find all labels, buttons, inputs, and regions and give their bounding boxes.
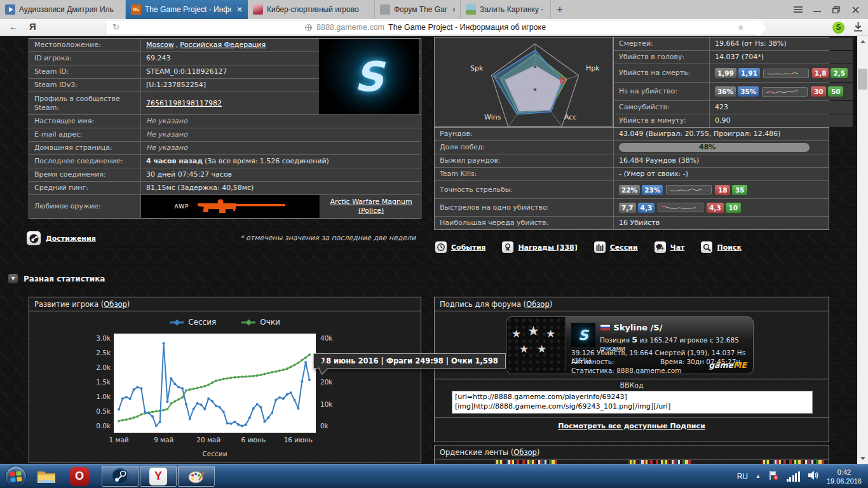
favorite-weapon-image: AWP	[141, 195, 320, 218]
extension-icon[interactable]: S	[832, 22, 844, 34]
radar-label-wins: Wins	[484, 113, 501, 121]
picture-favicon	[466, 4, 476, 15]
hpk-badges: 36%35%3050	[710, 83, 853, 100]
name-text: Skyline /S/	[614, 323, 663, 332]
badge-recent: 4,3	[638, 203, 655, 213]
x-axis: 1 май9 май20 май6 июнь16 июнь	[114, 436, 316, 445]
awards-link[interactable]: Награды [338]	[502, 241, 577, 253]
view-all-signatures-link[interactable]: Посмотреть все доступные Подписи	[558, 422, 705, 430]
row-label: Выстрелов на одно убийство:	[435, 199, 613, 216]
menu-icon[interactable]	[793, 5, 803, 14]
x-axis-title: Сессии	[114, 450, 316, 458]
url-box[interactable]: ↻ 8888.gameme.com The Game Project - Инф…	[107, 21, 759, 34]
scrollbar-thumb[interactable]	[858, 69, 867, 90]
opera-icon[interactable]: O	[67, 466, 92, 487]
minimize-icon[interactable]	[812, 5, 822, 14]
link-label: Награды [338]	[518, 243, 577, 252]
sparkline	[658, 203, 703, 212]
chat-link[interactable]: Чат	[654, 241, 685, 253]
steam-avatar-image: S	[319, 39, 419, 114]
row-label: Последнее соединение:	[29, 155, 140, 168]
badge-overall: 22%	[619, 185, 640, 195]
yandex-browser-taskbar-button[interactable]: Y	[140, 466, 177, 487]
sessions-link[interactable]: Сессии	[594, 241, 638, 253]
quick-links: События Награды [338] Сессии Чат Поиск	[435, 241, 742, 253]
legend-points: Очки	[241, 318, 280, 327]
restore-icon[interactable]	[831, 5, 841, 14]
section-header: ▼ Разная статистика	[8, 274, 105, 283]
start-button[interactable]	[5, 466, 27, 487]
row-value: 69.243	[141, 52, 320, 65]
tab-audio[interactable]: Аудиозаписи Дмитрия Иль	[0, 0, 126, 19]
steam-profile-link[interactable]: 76561198198117982	[146, 99, 222, 108]
stats-table-right: Смертей:19.664 (от Hs: 38%) Убийств в го…	[613, 37, 829, 128]
back-icon[interactable]: ←	[9, 21, 18, 32]
tab-title: Залить Картинку - Загрузит	[480, 5, 545, 14]
search-link[interactable]: Поиск	[701, 241, 741, 253]
bookmark-star-icon[interactable]: ★	[736, 22, 745, 32]
close-icon[interactable]	[850, 5, 860, 14]
badge-max: 2,5	[831, 68, 848, 78]
overview-link[interactable]: Обзор	[526, 300, 550, 309]
yandex-logo-icon[interactable]: Я	[29, 21, 36, 32]
ribbon-icon	[502, 241, 513, 253]
row-label: Steam IDv3:	[29, 79, 140, 92]
tab-cybersport[interactable]: Кибер-спортивный игрово	[248, 0, 375, 19]
sparkline	[762, 87, 808, 97]
row-label: Любимое оружие:	[29, 195, 140, 218]
page-scrollbar[interactable]	[857, 36, 868, 464]
collapse-icon[interactable]: ▼	[8, 274, 18, 283]
win-rate-label: 48%	[699, 143, 715, 152]
url-text[interactable]: 8888.gameme.com	[316, 23, 384, 32]
download-icon[interactable]	[854, 22, 862, 34]
line-chart-plot	[114, 334, 316, 433]
network-icon[interactable]	[787, 471, 800, 482]
row-value: STEAM_0:0:118926127	[141, 65, 320, 78]
tab-title: Кибер-спортивный игрово	[267, 5, 359, 14]
last-connection-rest: (За все время: 1.526 соединений)	[205, 157, 329, 166]
sparkline	[763, 69, 809, 78]
gameme-logo: gameME	[709, 360, 747, 370]
row-value: 30 дней 07:45:27 часов	[141, 168, 422, 181]
tab-indicator-icon	[453, 8, 455, 11]
new-tab-button[interactable]: +	[551, 0, 569, 19]
tab-game-project[interactable]: ME The Game Project - Инфо ✕	[126, 0, 248, 19]
browser-tab-bar: Аудиозаписи Дмитрия Иль ME The Game Proj…	[0, 0, 868, 19]
panel-title-end: )	[550, 300, 553, 309]
action-center-flag-icon[interactable]	[768, 470, 779, 483]
windows-flag-icon	[10, 471, 22, 482]
row-value: 0,90	[710, 114, 853, 127]
separator: ,	[176, 41, 179, 50]
language-indicator[interactable]: RU	[737, 472, 748, 481]
brand-game: game	[709, 360, 733, 370]
activity-label: Активность:	[571, 358, 614, 365]
events-link[interactable]: События	[435, 241, 485, 253]
overview-link[interactable]: Обзор	[104, 300, 127, 309]
achievements-link[interactable]: Достижения	[46, 234, 96, 243]
reload-icon[interactable]: ↻	[112, 22, 119, 32]
tab-close-icon[interactable]: ✕	[236, 5, 243, 14]
bbcode-textarea[interactable]: [url=http://8888.gameme.com/playerinfo/6…	[452, 391, 813, 414]
row-label: Раундов:	[435, 128, 613, 140]
volume-icon[interactable]	[808, 470, 819, 483]
radar-label-spk: Spk	[470, 64, 483, 72]
city-link[interactable]: Moscow	[146, 41, 174, 50]
tab-upload-image[interactable]: Залить Картинку - Загрузит	[461, 0, 551, 19]
country-link[interactable]: Российская Федерация	[180, 41, 266, 50]
scroll-up-icon[interactable]	[857, 36, 868, 47]
tray-expand-icon[interactable]: ▲	[756, 473, 761, 479]
paint-taskbar-button[interactable]	[178, 466, 215, 487]
row-label: Доля побед:	[435, 141, 613, 154]
search-icon	[701, 241, 712, 253]
rank-stars: ★ ★ ★ ★ ★	[506, 317, 566, 374]
weapon-link[interactable]: Arctic Warfare Magnum (Police)	[325, 198, 417, 215]
clock[interactable]: 0:4219.06.2016	[827, 468, 862, 485]
tab-forum[interactable]: Форум The Game project	[375, 0, 461, 19]
steam-taskbar-button[interactable]	[102, 466, 139, 487]
scroll-down-icon[interactable]	[857, 453, 868, 464]
row-label: Домашняя страница:	[29, 142, 140, 154]
badge-recent: 35%	[738, 86, 759, 97]
window-controls	[785, 0, 868, 19]
explorer-icon[interactable]	[34, 466, 58, 487]
overview-link[interactable]: Обзор	[513, 448, 537, 457]
